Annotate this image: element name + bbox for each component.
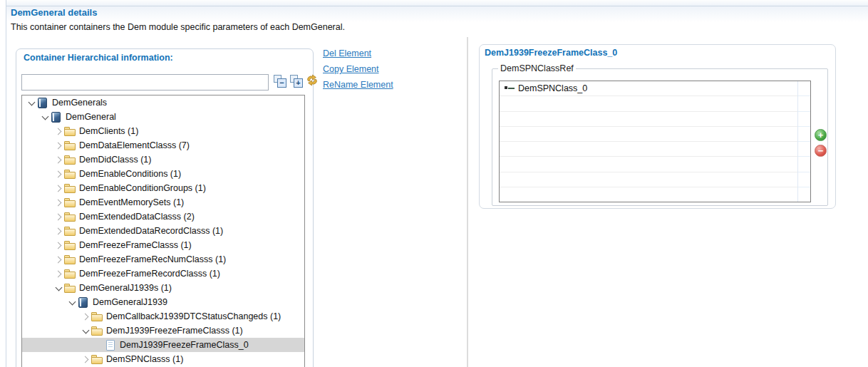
tree-item[interactable]: DemDidClasss (1) xyxy=(22,153,304,167)
ref-list-empty-row xyxy=(500,187,810,202)
chevron-collapsed-icon[interactable] xyxy=(53,140,64,151)
folder-icon xyxy=(91,354,103,365)
element-actions: Del ElementCopy ElementReName Element xyxy=(323,48,393,95)
chevron-collapsed-icon[interactable] xyxy=(53,183,64,194)
chevron-collapsed-icon[interactable] xyxy=(53,197,64,208)
chevron-placeholder xyxy=(94,340,105,351)
tree-item-label: DemGeneral xyxy=(66,110,116,124)
tree-item[interactable]: DemFreezeFrameRecNumClasss (1) xyxy=(22,252,304,267)
tree-item[interactable]: DemJ1939FreezeFrameClasss (1) xyxy=(22,324,304,338)
spn-class-ref-label: DemSPNClassRef xyxy=(498,63,576,73)
folder-icon xyxy=(64,126,76,137)
tree-item-label: DemFreezeFrameClasss (1) xyxy=(79,238,192,252)
chevron-expanded-icon[interactable] xyxy=(53,283,64,294)
chevron-collapsed-icon[interactable] xyxy=(53,212,64,222)
page-description: This container containers the Dem module… xyxy=(11,22,345,32)
add-reference-button[interactable]: + xyxy=(815,129,827,141)
ref-list-empty-row xyxy=(500,96,810,111)
ref-item-label: DemSPNClass_0 xyxy=(518,83,587,93)
chevron-collapsed-icon[interactable] xyxy=(81,354,91,365)
folder-icon xyxy=(64,169,76,180)
spn-class-ref-list[interactable]: DemSPNClass_0 xyxy=(499,81,811,202)
page-title: DemGeneral details xyxy=(11,7,97,18)
tree-item[interactable]: DemExtendedDataClasss (2) xyxy=(22,210,304,224)
tree-item-label: DemFreezeFrameRecordClasss (1) xyxy=(79,267,220,281)
folder-icon xyxy=(64,140,76,151)
ref-list-empty-row xyxy=(500,157,810,172)
chevron-collapsed-icon[interactable] xyxy=(81,311,91,322)
tree-item[interactable]: DemSPNClasss (1) xyxy=(22,352,304,366)
folder-icon xyxy=(64,269,76,279)
folder-icon xyxy=(64,155,76,165)
tree-item-label: DemGeneralJ1939s (1) xyxy=(79,281,172,295)
chevron-collapsed-icon[interactable] xyxy=(53,126,64,137)
remove-icon: − xyxy=(818,145,824,156)
tree-item-label: DemGenerals xyxy=(52,95,107,110)
collapse-all-icon: − xyxy=(277,78,286,88)
action-link[interactable]: Copy Element xyxy=(323,64,393,74)
tree-item[interactable]: DemFreezeFrameRecordClasss (1) xyxy=(22,267,304,281)
tree-item[interactable]: DemGeneralJ1939s (1) xyxy=(22,281,304,295)
chevron-collapsed-icon[interactable] xyxy=(53,155,64,165)
folder-icon xyxy=(64,283,76,294)
tree-item[interactable]: DemClients (1) xyxy=(22,124,304,138)
detail-title: DemJ1939FreezeFrameClass_0 xyxy=(485,48,617,58)
tree-item[interactable]: DemEnableConditions (1) xyxy=(22,167,304,181)
expand-all-button[interactable]: + xyxy=(290,75,303,88)
chevron-expanded-icon[interactable] xyxy=(81,326,91,336)
tree-item[interactable]: DemExtendedDataRecordClasss (1) xyxy=(22,224,304,238)
ref-list-empty-row xyxy=(500,127,810,142)
folder-icon xyxy=(64,212,76,222)
folder-icon xyxy=(64,240,76,251)
tree-item-label: DemClients (1) xyxy=(79,124,138,138)
refresh-button[interactable] xyxy=(306,74,319,86)
ref-list-row[interactable]: DemSPNClass_0 xyxy=(500,81,810,96)
ref-list-empty-row xyxy=(500,112,810,127)
chevron-collapsed-icon[interactable] xyxy=(53,254,64,265)
expand-all-icon: + xyxy=(294,78,303,88)
tree-item[interactable]: DemGeneralJ1939 xyxy=(22,295,304,309)
tree-item[interactable]: DemCallbackJ1939DTCStatusChangeds (1) xyxy=(22,309,304,324)
chevron-collapsed-icon[interactable] xyxy=(53,169,64,180)
tree-item-label: DemJ1939FreezeFrameClass_0 xyxy=(120,338,249,352)
ref-list-empty-row xyxy=(500,142,810,157)
tree-item[interactable]: DemDataElementClasss (7) xyxy=(22,138,304,153)
app-window: DemGeneral details This container contai… xyxy=(0,0,868,367)
tree-item[interactable]: DemGenerals xyxy=(22,95,304,110)
tree-item[interactable]: DemJ1939FreezeFrameClass_0 xyxy=(22,338,304,352)
tree-item[interactable]: DemEventMemorySets (1) xyxy=(22,195,304,210)
folder-icon xyxy=(64,183,76,194)
tree-item-label: DemJ1939FreezeFrameClasss (1) xyxy=(106,324,243,338)
chevron-collapsed-icon[interactable] xyxy=(53,240,64,251)
remove-reference-button[interactable]: − xyxy=(815,145,827,157)
folder-icon xyxy=(64,197,76,208)
tree-item-label: DemDataElementClasss (7) xyxy=(79,138,190,153)
folder-icon xyxy=(64,226,76,237)
book-icon xyxy=(51,112,63,123)
frame-border-left xyxy=(6,0,6,367)
action-link[interactable]: Del Element xyxy=(323,48,393,58)
ref-list-side-column xyxy=(797,81,810,202)
tree-item-label: DemFreezeFrameRecNumClasss (1) xyxy=(79,252,226,267)
chevron-expanded-icon[interactable] xyxy=(26,98,37,108)
tree-item-label: DemSPNClasss (1) xyxy=(106,352,183,366)
tree-item-label: DemDidClasss (1) xyxy=(79,153,151,167)
frame-border-top xyxy=(6,0,868,6)
chevron-expanded-icon[interactable] xyxy=(67,297,78,308)
tree-item[interactable]: DemFreezeFrameClasss (1) xyxy=(22,238,304,252)
ref-list-empty-row xyxy=(500,172,810,187)
hierarchy-tree[interactable]: DemGeneralsDemGeneralDemClients (1)DemDa… xyxy=(21,95,305,367)
chevron-collapsed-icon[interactable] xyxy=(53,269,64,279)
tree-filter-input[interactable] xyxy=(21,74,269,91)
refresh-icon xyxy=(306,74,319,86)
book-icon xyxy=(78,297,90,308)
frame-gradient xyxy=(6,6,868,22)
tree-item-label: DemEnableConditionGroups (1) xyxy=(79,181,206,195)
tree-item[interactable]: DemEnableConditionGroups (1) xyxy=(22,181,304,195)
collapse-all-button[interactable]: − xyxy=(274,75,286,88)
add-icon: + xyxy=(818,130,824,140)
tree-item[interactable]: DemGeneral xyxy=(22,110,304,124)
chevron-expanded-icon[interactable] xyxy=(40,112,51,123)
action-link[interactable]: ReName Element xyxy=(323,80,393,90)
chevron-collapsed-icon[interactable] xyxy=(53,226,64,237)
